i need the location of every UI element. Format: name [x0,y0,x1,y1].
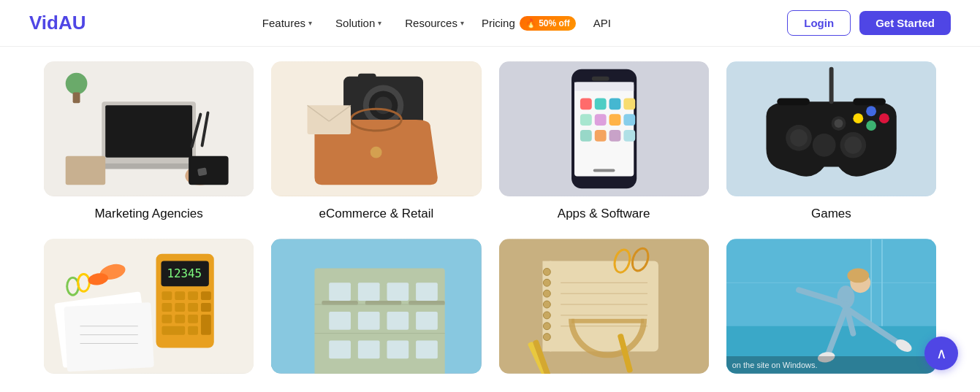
ecommerce-svg [271,61,481,196]
features-chevron-icon: ▾ [308,19,312,27]
nav-actions: Login Get Started [787,10,951,36]
svg-text:12345: 12345 [167,266,202,280]
svg-point-108 [543,301,550,308]
svg-rect-119 [571,319,644,323]
svg-rect-38 [623,130,635,142]
nav-api[interactable]: API [585,12,620,34]
svg-point-109 [543,312,550,319]
card-education[interactable] [499,239,709,384]
logo[interactable]: VidAU [29,12,86,34]
svg-rect-32 [594,114,606,126]
svg-rect-87 [387,283,409,301]
card-img-marketing [44,61,254,196]
nav-links: Features ▾ Solution ▾ Resources ▾ Pricin… [254,12,620,35]
svg-point-46 [813,134,836,157]
card-img-apps [499,61,709,196]
svg-rect-90 [358,312,380,330]
pricing-label: Pricing [482,17,515,29]
svg-rect-96 [416,341,438,359]
svg-rect-60 [175,291,185,300]
svg-rect-69 [188,315,198,323]
svg-rect-34 [623,114,635,126]
features-label: Features [262,17,305,29]
svg-rect-65 [188,303,198,312]
card-finance[interactable]: 12345 [44,239,254,384]
svg-point-48 [879,113,889,123]
main-content: Marketing Agencies [0,47,980,392]
svg-rect-93 [329,341,351,359]
nav-resources[interactable]: Resources ▾ [396,12,473,34]
svg-rect-61 [188,291,198,300]
education-svg [499,239,709,374]
nav-features[interactable]: Features ▾ [254,12,321,34]
svg-rect-10 [66,156,105,185]
marketing-svg [44,61,254,196]
svg-rect-26 [574,82,634,91]
svg-rect-66 [201,303,211,312]
card-img-ecommerce [271,61,481,196]
svg-rect-52 [853,98,886,105]
card-games[interactable]: Games [726,61,936,221]
svg-rect-37 [609,130,620,142]
svg-rect-35 [580,130,591,142]
svg-rect-89 [329,312,351,330]
svg-point-50 [853,113,863,123]
card-ecommerce[interactable]: eCommerce & Retail [271,61,481,221]
svg-rect-85 [329,283,351,301]
card-overlay-sports: on the site on Windows. [726,356,936,374]
svg-point-105 [543,268,550,275]
svg-rect-36 [594,130,606,142]
resources-chevron-icon: ▾ [460,19,464,27]
svg-rect-91 [387,312,409,330]
card-img-realestate [271,239,481,374]
card-grid-row1: Marketing Agencies [44,61,936,221]
get-started-button[interactable]: Get Started [859,11,951,35]
svg-point-106 [543,279,550,286]
apps-svg [499,61,709,196]
svg-rect-39 [593,169,615,172]
chevron-up-icon: ∧ [936,345,947,362]
navbar: VidAU Features ▾ Solution ▾ Resources ▾ … [0,0,980,47]
svg-point-47 [866,120,876,131]
svg-point-110 [543,323,550,330]
svg-rect-64 [175,303,185,312]
svg-point-107 [543,290,550,297]
svg-rect-70 [201,315,211,335]
solution-label: Solution [335,17,375,29]
card-label-apps: Apps & Software [558,207,650,221]
svg-rect-94 [358,341,380,359]
card-label-ecommerce: eCommerce & Retail [319,207,433,221]
card-apps[interactable]: Apps & Software [499,61,709,221]
svg-rect-86 [358,283,380,301]
svg-rect-71 [162,326,185,335]
card-marketing-agencies[interactable]: Marketing Agencies [44,61,254,221]
games-svg [726,61,936,196]
svg-rect-74 [64,302,153,372]
svg-point-49 [866,106,876,116]
card-sports[interactable]: on the site on Windows. [726,239,936,384]
solution-chevron-icon: ▾ [378,19,381,27]
svg-point-43 [790,129,808,147]
svg-rect-31 [580,114,591,126]
svg-rect-63 [162,303,172,312]
svg-rect-30 [623,98,635,109]
realestate-svg [271,239,481,374]
svg-rect-2 [105,105,192,157]
card-img-sports: on the site on Windows. [726,239,936,374]
nav-pricing[interactable]: Pricing 🔥 50% off [479,12,579,35]
scroll-to-top-button[interactable]: ∧ [924,337,958,370]
svg-rect-17 [358,74,376,82]
svg-rect-40 [591,77,609,81]
svg-rect-29 [609,98,620,109]
svg-point-130 [847,268,869,283]
svg-rect-7 [73,92,80,103]
svg-rect-88 [416,283,438,301]
svg-rect-5 [189,156,228,185]
svg-rect-25 [574,82,634,177]
nav-solution[interactable]: Solution ▾ [327,12,390,34]
card-label-marketing: Marketing Agencies [94,207,202,221]
login-button[interactable]: Login [787,10,851,36]
card-realestate[interactable] [271,239,481,384]
card-img-games [726,61,936,196]
svg-point-6 [66,73,88,95]
